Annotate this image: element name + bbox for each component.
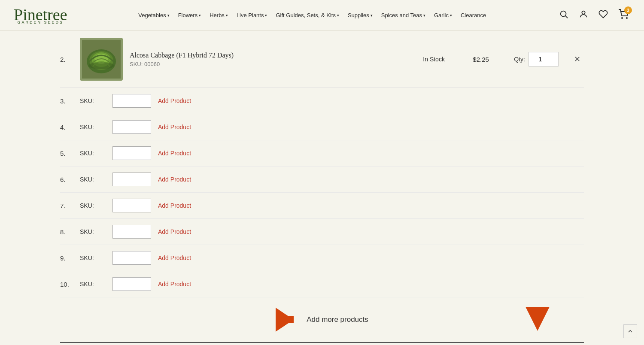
add-more-label: Add more products (307, 315, 368, 324)
sku-input[interactable] (112, 120, 151, 134)
add-product-button[interactable]: Add Product (158, 97, 191, 104)
sku-label: SKU: (80, 202, 106, 209)
chevron-down-icon: ▾ (337, 13, 339, 18)
quantity-section: Qty: (514, 52, 559, 67)
svg-point-3 (622, 18, 623, 18)
sku-row-5: 5. SKU: Add Product (60, 140, 584, 166)
nav-supplies[interactable]: Supplies ▾ (344, 10, 376, 20)
nav-gift-guides[interactable]: Gift Guides, Sets, & Kits ▾ (272, 10, 342, 20)
add-product-button[interactable]: Add Product (158, 281, 191, 288)
sku-input[interactable] (112, 225, 151, 239)
qty-input[interactable] (529, 52, 559, 67)
main-nav: Vegetables ▾ Flowers ▾ Herbs ▾ Live Plan… (67, 10, 557, 20)
logo[interactable]: Pinetree GARDEN SEEDS (14, 6, 67, 24)
product-thumbnail (80, 38, 123, 81)
nav-live-plants[interactable]: Live Plants ▾ (233, 10, 271, 20)
cart-count: 3 (624, 6, 632, 14)
remove-button[interactable]: ✕ (571, 53, 584, 66)
row-number: 10. (60, 281, 73, 288)
nav-flowers[interactable]: Flowers ▾ (175, 10, 205, 20)
product-info: Alcosa Cabbage (F1 Hybrid 72 Days) SKU: … (130, 51, 416, 67)
cart-button[interactable]: 3 (617, 7, 630, 23)
sku-row-6: 6. SKU: Add Product (60, 166, 584, 193)
sku-row-8: 8. SKU: Add Product (60, 219, 584, 245)
sku-row-7: 7. SKU: Add Product (60, 193, 584, 219)
nav-clearance[interactable]: Clearance (457, 10, 489, 20)
sku-label: SKU: (80, 124, 106, 130)
nav-garlic[interactable]: Garlic ▾ (431, 10, 456, 20)
arrow-down-icon (526, 307, 550, 333)
svg-point-10 (88, 62, 114, 69)
sku-label: SKU: (80, 281, 106, 288)
row-number: 4. (60, 124, 73, 131)
row-number: 3. (60, 97, 73, 105)
add-more-section[interactable]: Add more products (276, 308, 368, 332)
sku-row-3: 3. SKU: Add Product (60, 88, 584, 114)
sku-input[interactable] (112, 277, 151, 291)
row-number: 6. (60, 176, 73, 183)
svg-point-0 (561, 11, 566, 17)
nav-herbs[interactable]: Herbs ▾ (206, 10, 231, 20)
row-number: 5. (60, 150, 73, 157)
chevron-down-icon: ▾ (199, 13, 201, 18)
svg-marker-13 (526, 307, 550, 331)
product-name: Alcosa Cabbage (F1 Hybrid 72 Days) (130, 51, 416, 59)
scroll-top-button[interactable] (623, 324, 637, 338)
add-product-button[interactable]: Add Product (158, 254, 191, 261)
main-content: 2. Alcosa Cabbage (F1 Hybrid 72 Days) SK… (43, 31, 601, 345)
nav-vegetables[interactable]: Vegetables ▾ (135, 10, 173, 20)
sku-input[interactable] (112, 172, 151, 186)
chevron-down-icon: ▾ (226, 13, 228, 18)
sku-input[interactable] (112, 94, 151, 108)
chevron-down-icon: ▾ (265, 13, 267, 18)
total-bar: Total: $4.20 Add To Cart (60, 342, 584, 345)
svg-point-4 (626, 18, 627, 18)
sku-input[interactable] (112, 199, 151, 212)
row-number: 7. (60, 202, 73, 209)
add-product-button[interactable]: Add Product (158, 228, 191, 235)
sku-label: SKU: (80, 97, 106, 104)
add-product-button[interactable]: Add Product (158, 202, 191, 209)
product-sku-info: SKU: 00060 (130, 61, 416, 67)
chevron-down-icon: ▾ (423, 13, 425, 18)
sku-row-4: 4. SKU: Add Product (60, 114, 584, 140)
site-header: Pinetree GARDEN SEEDS Vegetables ▾ Flowe… (0, 0, 644, 31)
product-image (82, 40, 121, 79)
chevron-down-icon: ▾ (371, 13, 373, 18)
sku-label: SKU: (80, 176, 106, 183)
svg-point-2 (582, 11, 585, 14)
sku-row-9: 9. SKU: Add Product (60, 245, 584, 271)
stock-status: In Stock (423, 56, 466, 63)
sku-label: SKU: (80, 150, 106, 157)
add-product-button[interactable]: Add Product (158, 150, 191, 157)
sku-label: SKU: (80, 228, 106, 235)
qty-label: Qty: (514, 56, 525, 63)
chevron-down-icon: ▾ (450, 13, 452, 18)
product-row-2: 2. Alcosa Cabbage (F1 Hybrid 72 Days) SK… (60, 31, 584, 88)
sku-rows-container: 3. SKU: Add Product 4. SKU: Add Product … (60, 88, 584, 297)
nav-spices-teas[interactable]: Spices and Teas ▾ (378, 10, 429, 20)
add-product-button[interactable]: Add Product (158, 176, 191, 183)
sku-input[interactable] (112, 251, 151, 265)
svg-rect-12 (276, 316, 294, 323)
sku-input[interactable] (112, 146, 151, 160)
search-button[interactable] (557, 8, 570, 23)
arrow-right-icon (276, 308, 301, 332)
row-number: 9. (60, 254, 73, 262)
product-price: $2.25 (473, 56, 507, 63)
bottom-actions: Add more products (60, 297, 584, 342)
sku-label: SKU: (80, 254, 106, 261)
chevron-down-icon: ▾ (167, 13, 170, 18)
add-product-button[interactable]: Add Product (158, 124, 191, 130)
svg-line-1 (565, 16, 568, 18)
wishlist-button[interactable] (597, 8, 610, 23)
account-button[interactable] (577, 8, 590, 23)
sku-row-10: 10. SKU: Add Product (60, 271, 584, 297)
row-number: 8. (60, 228, 73, 236)
row-number: 2. (60, 56, 73, 63)
header-icons: 3 (557, 7, 630, 23)
